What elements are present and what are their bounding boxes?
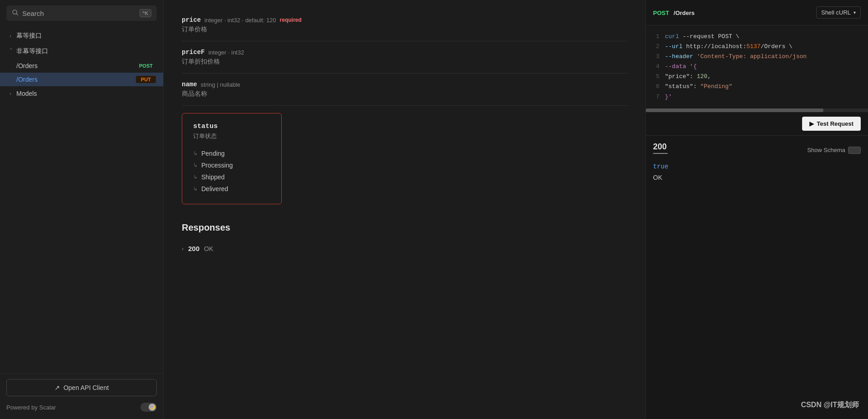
code-scrollbar[interactable]	[646, 108, 868, 112]
status-field-desc: 订单状态	[193, 132, 270, 140]
name-field-type: string | nullable	[201, 81, 240, 88]
search-label: Search	[22, 10, 136, 17]
enum-value-processing: Processing	[201, 162, 233, 169]
name-field-name: name	[182, 81, 197, 88]
enum-arrow-icon-4: ↳	[193, 186, 198, 192]
pricef-field-name: priceF	[182, 49, 205, 56]
enum-shipped: ↳ Shipped	[193, 171, 270, 183]
right-panel: POST /Orders Shell cURL ▾ 1 curl --reque…	[645, 0, 868, 419]
pricef-field-type: integer · int32	[208, 49, 244, 56]
enum-arrow-icon-2: ↳	[193, 162, 198, 168]
enum-arrow-icon-1: ↳	[193, 150, 198, 157]
code-line-3: 3 --header 'Content-Type: application/js…	[653, 52, 861, 62]
search-bar[interactable]: Search ^K	[6, 5, 157, 21]
code-line-5: 5 "price": 120,	[653, 72, 861, 82]
name-field-header: name string | nullable	[182, 81, 627, 88]
sidebar-group-label-2: 非幕等接口	[16, 47, 48, 55]
sidebar: Search ^K › 幕等接口 › 非幕等接口 /Orders POST /O…	[0, 0, 164, 419]
response-200-display: 200	[653, 142, 668, 158]
response-ok-label: OK	[653, 174, 861, 181]
api-path: /Orders	[673, 10, 694, 16]
enum-delivered: ↳ Delivered	[193, 183, 270, 195]
sidebar-group-mujidengkou[interactable]: › 幕等接口	[0, 28, 163, 44]
sidebar-item-models[interactable]: › Models	[0, 86, 163, 101]
price-field-desc: 订单价格	[182, 25, 627, 34]
code-line-2: 2 --url http://localhost:5137/Orders \	[653, 42, 861, 52]
chevron-models-icon: ›	[7, 90, 14, 97]
open-api-label: Open API Client	[64, 384, 109, 391]
responses-section: Responses › 200 OK	[182, 222, 627, 257]
price-field-type: integer · int32 · default: 120	[205, 17, 276, 24]
open-api-button[interactable]: ↗ Open API Client	[6, 379, 157, 396]
pricef-field-header: priceF integer · int32	[182, 49, 627, 56]
show-schema-label: Show Schema	[807, 147, 845, 153]
price-field-section: price integer · int32 · default: 120 req…	[182, 9, 627, 41]
endpoint-path-2: /Orders	[16, 76, 132, 83]
sidebar-item-post-orders[interactable]: /Orders POST	[0, 59, 163, 73]
test-request-label: Test Request	[817, 120, 853, 127]
method-badge-post: POST	[136, 62, 156, 69]
arrow-up-right-icon: ↗	[55, 384, 60, 391]
endpoint-path-1: /Orders	[16, 62, 132, 69]
sidebar-footer: ↗ Open API Client Powered by Scalar 🌙	[0, 373, 163, 419]
test-request-button[interactable]: ▶ Test Request	[802, 117, 861, 131]
response-chevron-icon: ›	[182, 246, 184, 252]
watermark: CSDN @IT规划师	[801, 400, 859, 410]
lang-selector-label: Shell cURL	[821, 9, 851, 16]
sidebar-nav: › 幕等接口 › 非幕等接口 /Orders POST /Orders PUT …	[0, 26, 163, 373]
response-200-code: 200	[188, 245, 200, 252]
price-field-name: price	[182, 16, 201, 24]
enum-value-shipped: Shipped	[201, 173, 224, 181]
toggle-track[interactable]: 🌙	[140, 403, 157, 412]
name-field-desc: 商品名称	[182, 90, 627, 98]
scrollbar-thumb	[646, 108, 823, 112]
code-line-7: 7 }'	[653, 92, 861, 102]
search-icon	[12, 9, 19, 17]
api-endpoint-label: POST /Orders	[653, 9, 695, 16]
sidebar-group-label: 幕等接口	[16, 32, 42, 40]
response-status-row: 200 Show Schema	[653, 142, 861, 158]
enum-value-delivered: Delivered	[201, 185, 228, 192]
show-schema-toggle[interactable]	[848, 147, 861, 154]
enum-arrow-icon-3: ↳	[193, 174, 198, 180]
api-panel-header: POST /Orders Shell cURL ▾	[646, 0, 868, 25]
powered-by-text: Powered by Scalar	[6, 404, 56, 411]
moon-icon: 🌙	[149, 404, 156, 411]
response-200-row[interactable]: › 200 OK	[182, 240, 627, 257]
status-enum-box: status 订单状态 ↳ Pending ↳ Processing ↳ Shi…	[182, 113, 282, 204]
price-field-header: price integer · int32 · default: 120 req…	[182, 16, 627, 24]
response-value: true	[653, 163, 861, 170]
powered-by-section: Powered by Scalar 🌙	[6, 401, 157, 414]
responses-title: Responses	[182, 222, 627, 233]
theme-toggle[interactable]: 🌙	[140, 403, 157, 412]
test-request-area: ▶ Test Request	[646, 112, 868, 136]
method-badge-put: PUT	[136, 76, 156, 83]
response-200-label: OK	[204, 245, 213, 252]
sidebar-models-label: Models	[16, 90, 37, 97]
code-block: 1 curl --request POST \ 2 --url http://l…	[646, 25, 868, 108]
enum-pending: ↳ Pending	[193, 148, 270, 159]
sidebar-item-put-orders[interactable]: /Orders PUT	[0, 73, 163, 86]
play-icon: ▶	[809, 120, 814, 127]
enum-processing: ↳ Processing	[193, 159, 270, 171]
code-line-6: 6 "status": "Pending"	[653, 82, 861, 92]
chevron-down-icon: ›	[7, 48, 14, 54]
status-field-name: status	[193, 123, 270, 130]
show-schema-row: Show Schema	[807, 147, 861, 154]
sidebar-group-feimujidengkou[interactable]: › 非幕等接口	[0, 44, 163, 59]
main-content: price integer · int32 · default: 120 req…	[164, 0, 645, 419]
pricef-field-section: priceF integer · int32 订单折扣价格	[182, 41, 627, 74]
svg-line-1	[16, 14, 18, 15]
response-panel: 200 Show Schema true OK	[646, 136, 868, 419]
price-field-required: required	[280, 17, 302, 23]
code-line-1: 1 curl --request POST \	[653, 32, 861, 42]
api-method: POST	[653, 10, 669, 16]
response-underline	[653, 153, 668, 154]
chevron-down-icon-selector: ▾	[853, 10, 856, 15]
name-field-section: name string | nullable 商品名称	[182, 74, 627, 106]
response-status-code: 200	[653, 142, 668, 152]
search-shortcut: ^K	[140, 9, 152, 17]
pricef-field-desc: 订单折扣价格	[182, 58, 627, 66]
lang-selector-button[interactable]: Shell cURL ▾	[816, 6, 861, 19]
chevron-right-icon: ›	[7, 33, 14, 39]
